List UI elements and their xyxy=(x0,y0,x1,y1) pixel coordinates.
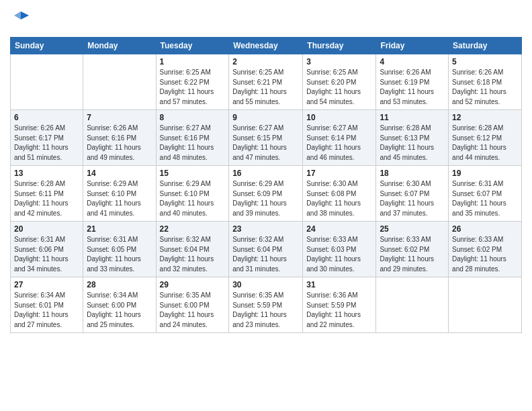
calendar-table: SundayMondayTuesdayWednesdayThursdayFrid… xyxy=(10,37,522,333)
calendar-cell: 19Sunrise: 6:31 AMSunset: 6:07 PMDayligh… xyxy=(449,166,522,222)
calendar-week-row: 13Sunrise: 6:28 AMSunset: 6:11 PMDayligh… xyxy=(11,166,522,222)
day-info: Sunrise: 6:25 AMSunset: 6:22 PMDaylight:… xyxy=(160,68,226,107)
day-number: 28 xyxy=(87,280,152,289)
calendar-cell: 15Sunrise: 6:29 AMSunset: 6:10 PMDayligh… xyxy=(156,166,229,222)
day-number: 23 xyxy=(232,224,299,234)
calendar-cell: 4Sunrise: 6:26 AMSunset: 6:19 PMDaylight… xyxy=(376,54,449,110)
day-info: Sunrise: 6:26 AMSunset: 6:16 PMDaylight:… xyxy=(87,124,152,163)
svg-marker-1 xyxy=(14,11,21,19)
day-number: 11 xyxy=(380,113,445,122)
svg-marker-0 xyxy=(21,11,29,19)
calendar-cell: 28Sunrise: 6:34 AMSunset: 6:00 PMDayligh… xyxy=(83,277,156,333)
day-info: Sunrise: 6:31 AMSunset: 6:07 PMDaylight:… xyxy=(452,179,518,218)
day-info: Sunrise: 6:33 AMSunset: 6:02 PMDaylight:… xyxy=(452,235,518,274)
logo-flag-icon xyxy=(11,10,30,29)
calendar-cell: 2Sunrise: 6:25 AMSunset: 6:21 PMDaylight… xyxy=(229,54,303,110)
day-info: Sunrise: 6:33 AMSunset: 6:02 PMDaylight:… xyxy=(380,235,445,274)
day-number: 29 xyxy=(160,280,226,289)
header xyxy=(10,7,522,32)
day-info: Sunrise: 6:34 AMSunset: 6:00 PMDaylight:… xyxy=(87,291,152,330)
day-number: 13 xyxy=(14,169,79,178)
day-info: Sunrise: 6:26 AMSunset: 6:19 PMDaylight:… xyxy=(380,68,445,107)
day-number: 3 xyxy=(306,57,372,66)
day-info: Sunrise: 6:26 AMSunset: 6:17 PMDaylight:… xyxy=(14,124,79,163)
calendar-cell: 23Sunrise: 6:32 AMSunset: 6:04 PMDayligh… xyxy=(229,222,303,277)
day-number: 6 xyxy=(14,113,79,122)
day-info: Sunrise: 6:33 AMSunset: 6:03 PMDaylight:… xyxy=(306,235,372,274)
day-number: 30 xyxy=(232,280,299,289)
day-info: Sunrise: 6:29 AMSunset: 6:09 PMDaylight:… xyxy=(232,179,299,218)
day-number: 9 xyxy=(232,113,299,122)
day-info: Sunrise: 6:28 AMSunset: 6:12 PMDaylight:… xyxy=(452,124,518,163)
day-info: Sunrise: 6:32 AMSunset: 6:04 PMDaylight:… xyxy=(232,235,299,274)
day-number: 20 xyxy=(14,224,79,234)
day-info: Sunrise: 6:31 AMSunset: 6:06 PMDaylight:… xyxy=(14,235,79,274)
calendar-cell: 25Sunrise: 6:33 AMSunset: 6:02 PMDayligh… xyxy=(376,222,449,277)
calendar-cell xyxy=(83,54,156,110)
day-number: 12 xyxy=(452,113,518,122)
day-number: 10 xyxy=(306,113,372,122)
day-info: Sunrise: 6:28 AMSunset: 6:11 PMDaylight:… xyxy=(14,179,79,218)
calendar-cell: 12Sunrise: 6:28 AMSunset: 6:12 PMDayligh… xyxy=(449,110,522,166)
day-number: 16 xyxy=(232,169,299,178)
calendar-cell: 1Sunrise: 6:25 AMSunset: 6:22 PMDaylight… xyxy=(156,54,229,110)
calendar-cell: 6Sunrise: 6:26 AMSunset: 6:17 PMDaylight… xyxy=(11,110,83,166)
day-number: 25 xyxy=(380,224,445,234)
calendar-cell xyxy=(376,277,449,333)
day-info: Sunrise: 6:25 AMSunset: 6:21 PMDaylight:… xyxy=(232,68,299,107)
calendar-week-row: 6Sunrise: 6:26 AMSunset: 6:17 PMDaylight… xyxy=(11,110,522,166)
day-number: 7 xyxy=(87,113,152,122)
weekday-header: Thursday xyxy=(303,38,376,54)
day-number: 14 xyxy=(87,169,152,178)
day-info: Sunrise: 6:30 AMSunset: 6:07 PMDaylight:… xyxy=(380,179,445,218)
calendar-cell: 10Sunrise: 6:27 AMSunset: 6:14 PMDayligh… xyxy=(303,110,376,166)
day-info: Sunrise: 6:27 AMSunset: 6:16 PMDaylight:… xyxy=(160,124,226,163)
day-number: 15 xyxy=(160,169,226,178)
weekday-header: Tuesday xyxy=(156,38,229,54)
day-info: Sunrise: 6:34 AMSunset: 6:01 PMDaylight:… xyxy=(14,291,79,330)
weekday-header: Wednesday xyxy=(229,38,303,54)
day-info: Sunrise: 6:29 AMSunset: 6:10 PMDaylight:… xyxy=(87,179,152,218)
calendar-week-row: 20Sunrise: 6:31 AMSunset: 6:06 PMDayligh… xyxy=(11,222,522,277)
calendar-cell: 9Sunrise: 6:27 AMSunset: 6:15 PMDaylight… xyxy=(229,110,303,166)
calendar-header-row: SundayMondayTuesdayWednesdayThursdayFrid… xyxy=(11,38,522,54)
calendar-cell: 18Sunrise: 6:30 AMSunset: 6:07 PMDayligh… xyxy=(376,166,449,222)
logo xyxy=(10,10,30,32)
calendar-cell: 13Sunrise: 6:28 AMSunset: 6:11 PMDayligh… xyxy=(11,166,83,222)
day-info: Sunrise: 6:25 AMSunset: 6:20 PMDaylight:… xyxy=(306,68,372,107)
page: SundayMondayTuesdayWednesdayThursdayFrid… xyxy=(0,0,532,411)
calendar-cell: 11Sunrise: 6:28 AMSunset: 6:13 PMDayligh… xyxy=(376,110,449,166)
weekday-header: Saturday xyxy=(449,38,522,54)
calendar-cell: 3Sunrise: 6:25 AMSunset: 6:20 PMDaylight… xyxy=(303,54,376,110)
weekday-header: Monday xyxy=(83,38,156,54)
calendar-cell: 27Sunrise: 6:34 AMSunset: 6:01 PMDayligh… xyxy=(11,277,83,333)
calendar-cell: 31Sunrise: 6:36 AMSunset: 5:59 PMDayligh… xyxy=(303,277,376,333)
day-info: Sunrise: 6:36 AMSunset: 5:59 PMDaylight:… xyxy=(306,291,372,330)
calendar-cell: 22Sunrise: 6:32 AMSunset: 6:04 PMDayligh… xyxy=(156,222,229,277)
weekday-header: Friday xyxy=(376,38,449,54)
calendar-cell: 30Sunrise: 6:35 AMSunset: 5:59 PMDayligh… xyxy=(229,277,303,333)
calendar-cell: 7Sunrise: 6:26 AMSunset: 6:16 PMDaylight… xyxy=(83,110,156,166)
day-number: 21 xyxy=(87,224,152,234)
day-number: 31 xyxy=(306,280,372,289)
day-number: 4 xyxy=(380,57,445,66)
calendar-cell: 20Sunrise: 6:31 AMSunset: 6:06 PMDayligh… xyxy=(11,222,83,277)
calendar-cell: 8Sunrise: 6:27 AMSunset: 6:16 PMDaylight… xyxy=(156,110,229,166)
calendar-cell: 26Sunrise: 6:33 AMSunset: 6:02 PMDayligh… xyxy=(449,222,522,277)
day-info: Sunrise: 6:27 AMSunset: 6:15 PMDaylight:… xyxy=(232,124,299,163)
day-number: 8 xyxy=(160,113,226,122)
calendar-cell: 5Sunrise: 6:26 AMSunset: 6:18 PMDaylight… xyxy=(449,54,522,110)
calendar-cell: 21Sunrise: 6:31 AMSunset: 6:05 PMDayligh… xyxy=(83,222,156,277)
day-number: 17 xyxy=(306,169,372,178)
day-number: 24 xyxy=(306,224,372,234)
day-number: 18 xyxy=(380,169,445,178)
day-info: Sunrise: 6:32 AMSunset: 6:04 PMDaylight:… xyxy=(160,235,226,274)
calendar-cell: 14Sunrise: 6:29 AMSunset: 6:10 PMDayligh… xyxy=(83,166,156,222)
day-number: 1 xyxy=(160,57,226,66)
day-info: Sunrise: 6:35 AMSunset: 5:59 PMDaylight:… xyxy=(232,291,299,330)
day-info: Sunrise: 6:27 AMSunset: 6:14 PMDaylight:… xyxy=(306,124,372,163)
day-number: 26 xyxy=(452,224,518,234)
calendar-cell xyxy=(11,54,83,110)
day-info: Sunrise: 6:31 AMSunset: 6:05 PMDaylight:… xyxy=(87,235,152,274)
calendar-week-row: 27Sunrise: 6:34 AMSunset: 6:01 PMDayligh… xyxy=(11,277,522,333)
